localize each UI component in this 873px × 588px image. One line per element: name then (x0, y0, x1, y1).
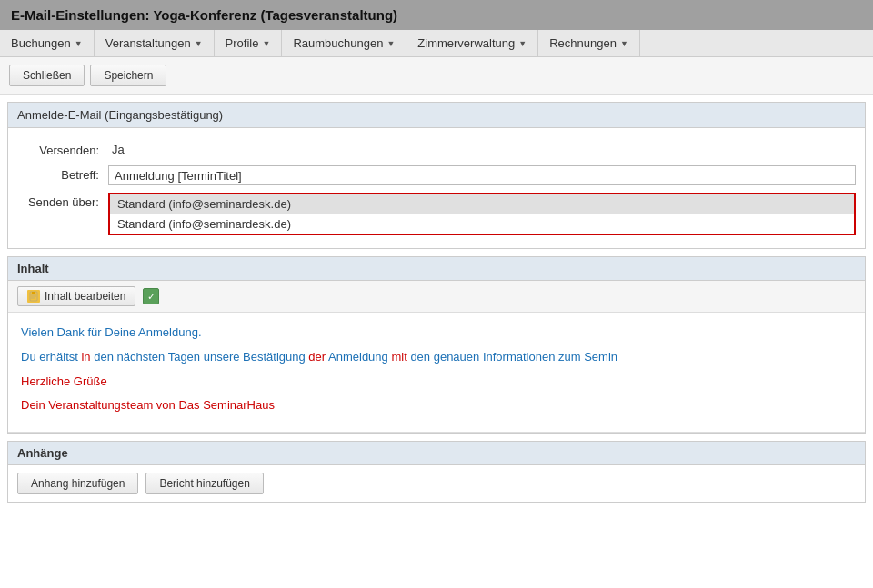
email-text-2-part2: den nächsten Tagen unsere Bestätigung (91, 350, 309, 364)
nav-label-buchungen: Buchungen (11, 36, 71, 50)
save-button[interactable]: Speichern (90, 65, 166, 86)
nav-label-veranstaltungen: Veranstaltungen (105, 36, 191, 50)
add-report-button[interactable]: Bericht hinzufügen (146, 473, 263, 494)
nav-arrow-raumbuchungen: ▼ (386, 39, 395, 48)
email-text-3: Herzliche Grüße (21, 374, 107, 388)
email-form-body: Versenden: Ja Betreff: Anmeldung [Termin… (8, 128, 865, 248)
anhaenge-section: Anhänge Anhang hinzufügen Bericht hinzuf… (7, 441, 866, 503)
nav-arrow-buchungen: ▼ (75, 39, 83, 48)
nav-arrow-zimmerverwaltung: ▼ (518, 39, 527, 48)
email-body: Vielen Dank für Deine Anmeldung. Du erhä… (8, 313, 865, 433)
email-settings-section: Anmelde-E-Mail (Eingangsbestätigung) Ver… (7, 102, 866, 249)
nav-item-raumbuchungen[interactable]: Raumbuchungen ▼ (282, 30, 406, 56)
nav-item-buchungen[interactable]: Buchungen ▼ (0, 30, 95, 56)
email-line-4: Dein Veranstaltungsteam von Das SeminarH… (21, 396, 852, 415)
anhaenge-header: Anhänge (8, 442, 865, 465)
svg-rect-1 (32, 292, 35, 294)
email-text-2-in: in (81, 350, 90, 364)
email-text-2-der: der (308, 350, 326, 364)
email-section-header: Anmelde-E-Mail (Eingangsbestätigung) (8, 103, 865, 128)
nav-arrow-profile: ▼ (262, 39, 270, 48)
nav-item-veranstaltungen[interactable]: Veranstaltungen ▼ (95, 30, 215, 56)
nav-item-rechnungen[interactable]: Rechnungen ▼ (538, 30, 640, 56)
navigation-bar: Buchungen ▼ Veranstaltungen ▼ Profile ▼ … (0, 30, 873, 57)
inhalt-section: Inhalt Inhalt bearbeiten ✓ Vielen Dank f… (7, 256, 866, 434)
page-title: E-Mail-Einstellungen: Yoga-Konferenz (Ta… (11, 7, 397, 23)
email-text-4: Dein Veranstaltungsteam von Das SeminarH… (21, 398, 275, 412)
senden-ueber-row: Senden über: Standard (info@seminardesk.… (8, 189, 865, 239)
betreff-row: Betreff: Anmeldung [TerminTitel] (8, 162, 865, 189)
email-line-2: Du erhältst in den nächsten Tagen unsere… (21, 348, 852, 367)
email-line-1: Vielen Dank für Deine Anmeldung. (21, 324, 852, 343)
nav-label-profile: Profile (226, 36, 259, 50)
nav-arrow-veranstaltungen: ▼ (195, 39, 203, 48)
versenden-value: Ja (108, 141, 856, 158)
add-attachment-button[interactable]: Anhang hinzufügen (17, 473, 138, 494)
senden-ueber-dropdown[interactable]: Standard (info@seminardesk.de) Standard … (108, 193, 856, 235)
email-line-3: Herzliche Grüße (21, 373, 852, 392)
versenden-row: Versenden: Ja (8, 137, 865, 162)
versenden-label: Versenden: (17, 141, 108, 157)
nav-item-zimmerverwaltung[interactable]: Zimmerverwaltung ▼ (406, 30, 538, 56)
pencil-svg (27, 290, 40, 303)
nav-arrow-rechnungen: ▼ (620, 39, 628, 48)
senden-ueber-option-0[interactable]: Standard (info@seminardesk.de) (110, 214, 854, 234)
nav-item-profile[interactable]: Profile ▼ (215, 30, 283, 56)
email-text-2-part3: Anmeldung (326, 350, 391, 364)
anhaenge-toolbar: Anhang hinzufügen Bericht hinzufügen (8, 465, 865, 502)
betreff-input[interactable]: Anmeldung [TerminTitel] (108, 165, 856, 185)
email-text-1: Vielen Dank für Deine Anmeldung. (21, 325, 202, 339)
nav-label-raumbuchungen: Raumbuchungen (293, 36, 383, 50)
edit-pencil-icon (27, 290, 40, 303)
senden-ueber-label: Senden über: (17, 193, 108, 209)
close-button[interactable]: Schließen (9, 65, 85, 86)
nav-label-zimmerverwaltung: Zimmerverwaltung (417, 36, 515, 50)
betreff-label: Betreff: (17, 165, 108, 182)
email-text-2-mit: mit (391, 350, 406, 364)
checkmark-icon: ✓ (143, 288, 159, 304)
email-text-2-part4: den genauen Informationen zum Semin (407, 350, 617, 364)
title-bar: E-Mail-Einstellungen: Yoga-Konferenz (Ta… (0, 0, 873, 30)
nav-label-rechnungen: Rechnungen (549, 36, 617, 50)
action-toolbar: Schließen Speichern (0, 57, 873, 95)
inhalt-toolbar: Inhalt bearbeiten ✓ (8, 281, 865, 313)
email-text-2-part1: Du erhältst (21, 350, 81, 364)
edit-content-button[interactable]: Inhalt bearbeiten (17, 286, 135, 306)
senden-ueber-selected[interactable]: Standard (info@seminardesk.de) (110, 194, 854, 214)
edit-content-label: Inhalt bearbeiten (45, 290, 125, 303)
inhalt-header: Inhalt (8, 257, 865, 281)
